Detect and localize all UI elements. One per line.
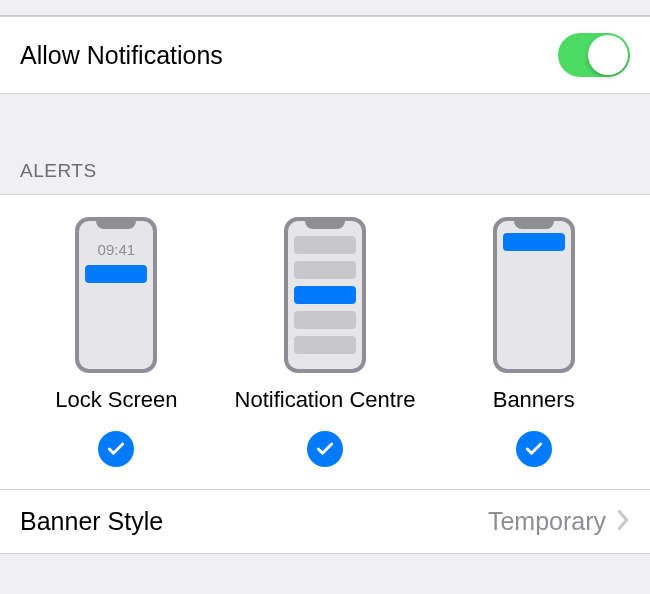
chevron-right-icon <box>616 509 630 535</box>
banner-style-label: Banner Style <box>20 507 163 536</box>
alert-option-banners[interactable]: Banners <box>429 217 638 467</box>
alert-label: Banners <box>493 387 575 413</box>
banners-phone-icon <box>493 217 575 373</box>
notification-centre-phone-icon <box>284 217 366 373</box>
banner-style-value: Temporary <box>488 507 606 536</box>
alert-label: Notification Centre <box>235 387 416 413</box>
banner-style-row[interactable]: Banner Style Temporary <box>0 490 650 554</box>
checkmark-icon <box>98 431 134 467</box>
lock-screen-phone-icon: 09:41 <box>75 217 157 373</box>
alerts-section-header: ALERTS <box>0 150 650 195</box>
allow-notifications-toggle[interactable] <box>558 33 630 77</box>
alerts-selector: 09:41 Lock Screen Notification Centre <box>0 195 650 490</box>
allow-notifications-label: Allow Notifications <box>20 41 223 70</box>
alert-label: Lock Screen <box>55 387 177 413</box>
checkmark-icon <box>516 431 552 467</box>
lock-screen-time: 09:41 <box>79 241 153 258</box>
checkmark-icon <box>307 431 343 467</box>
alert-option-notification-centre[interactable]: Notification Centre <box>221 217 430 467</box>
allow-notifications-row: Allow Notifications <box>0 16 650 94</box>
alert-option-lock-screen[interactable]: 09:41 Lock Screen <box>12 217 221 467</box>
